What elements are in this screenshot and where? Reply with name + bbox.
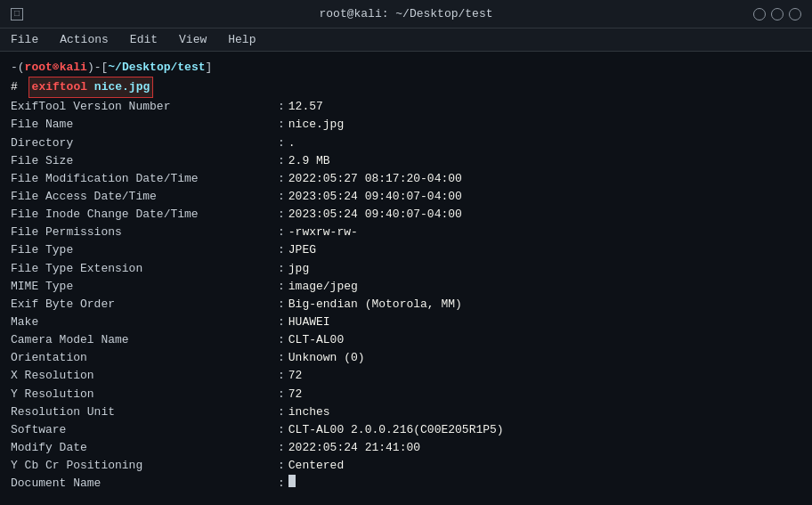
data-colon: : [278,206,285,224]
table-row: Modify Date: 2022:05:24 21:41:00 [11,439,801,457]
data-key: File Access Date/Time [11,188,278,206]
table-row: Make: HUAWEI [11,314,801,331]
data-key: File Type Extension [11,260,278,278]
data-colon: : [278,367,285,385]
data-key: Y Resolution [11,386,278,403]
data-value: JPEG [288,241,316,259]
data-key: Directory [11,134,278,152]
data-value: 12.57 [288,98,323,116]
data-value: . [288,134,296,152]
data-colon: : [278,421,285,439]
table-row: File Name: nice.jpg [11,116,801,134]
data-value: 2022:05:24 21:41:00 [288,439,420,457]
data-colon: : [278,403,285,421]
table-row: File Permissions: -rwxrw-rw- [11,224,801,241]
table-row: Y Resolution: 72 [11,386,801,403]
data-colon: : [278,278,285,296]
data-key: Y Cb Cr Positioning [11,457,278,475]
table-row: File Access Date/Time: 2023:05:24 09:40:… [11,188,801,206]
data-colon: : [278,439,285,457]
data-colon: : [278,152,285,170]
data-value: Centered [288,457,344,475]
data-colon: : [278,349,285,367]
data-value: jpg [288,260,309,278]
data-value: HUAWEI [288,314,330,331]
data-colon: : [278,475,285,493]
prompt-dir: ~/Desktop/test [108,59,205,77]
data-colon: : [278,224,285,241]
menu-edit[interactable]: Edit [126,31,161,48]
table-row: Camera Model Name: CLT-AL00 [11,331,801,349]
data-key: File Permissions [11,224,278,241]
data-key: File Name [11,116,278,134]
table-row: File Size: 2.9 MB [11,152,801,170]
data-colon: : [278,241,285,259]
menu-file[interactable]: File [7,31,42,48]
data-key: File Type [11,241,278,259]
prompt-user: root [25,59,53,77]
data-colon: : [278,331,285,349]
data-key: File Size [11,152,278,170]
window-controls [753,8,801,20]
prompt-line: -(root⊗kali)-[~/Desktop/test] [11,59,801,77]
menu-view[interactable]: View [175,31,210,48]
data-colon: : [278,188,285,206]
data-rows: ExifTool Version Number: 12.57File Name:… [11,98,801,493]
data-key: ExifTool Version Number [11,98,278,116]
data-value: 72 [288,386,303,403]
data-colon: : [278,260,285,278]
data-value: inches [288,403,330,421]
data-value: 72 [288,367,303,385]
table-row: Software: CLT-AL00 2.0.0.216(C00E205R1P5… [11,421,801,439]
table-row: Directory: . [11,134,801,152]
menu-actions[interactable]: Actions [56,31,112,48]
data-colon: : [278,116,285,134]
data-colon: : [278,386,285,403]
prompt-hash: # [11,78,25,96]
data-key: Orientation [11,349,278,367]
table-row: Orientation: Unknown (0) [11,349,801,367]
data-key: Resolution Unit [11,403,278,421]
window-title: root@kali: ~/Desktop/test [319,7,492,20]
table-row: File Type Extension: jpg [11,260,801,278]
data-key: Camera Model Name [11,331,278,349]
table-row: File Inode Change Date/Time: 2023:05:24 … [11,206,801,224]
dash-close: ] [206,59,213,77]
command-tool: exiftool [32,80,87,94]
table-row: Exif Byte Order: Big-endian (Motorola, M… [11,296,801,314]
table-row: ExifTool Version Number: 12.57 [11,98,801,116]
at-symbol: ⊗ [53,59,60,77]
data-value: Big-endian (Motorola, MM) [288,296,462,314]
menu-bar: File Actions Edit View Help [0,29,812,52]
data-value: 2023:05:24 09:40:07-04:00 [288,206,462,224]
data-colon: : [278,314,285,331]
data-key: Modify Date [11,439,278,457]
data-value: 2.9 MB [288,152,330,170]
table-row: Y Cb Cr Positioning: Centered [11,457,801,475]
table-row: X Resolution: 72 [11,367,801,385]
prompt-host: kali [60,59,87,77]
terminal-cursor [288,475,296,487]
data-colon: : [278,98,285,116]
data-key: Software [11,421,278,439]
maximize-button[interactable] [771,8,784,20]
window-icon-symbol: □ [14,9,20,19]
minimize-button[interactable] [753,8,766,20]
close-button[interactable] [789,8,801,20]
menu-help[interactable]: Help [224,31,259,48]
table-row: Document Name: [11,475,801,493]
table-row: File Type: JPEG [11,241,801,259]
table-row: Resolution Unit: inches [11,403,801,421]
command-line: # exiftool nice.jpg [11,77,801,98]
window-icon: □ [11,8,23,20]
command-highlight: exiftool nice.jpg [28,77,154,98]
title-bar: □ root@kali: ~/Desktop/test [0,0,812,29]
data-value: CLT-AL00 2.0.0.216(C00E205R1P5) [288,421,504,439]
data-colon: : [278,134,285,152]
table-row: MIME Type: image/jpeg [11,278,801,296]
data-value: 2022:05:27 08:17:20-04:00 [288,170,462,188]
data-value: nice.jpg [288,116,344,134]
data-key: File Inode Change Date/Time [11,206,278,224]
data-key: MIME Type [11,278,278,296]
terminal-body[interactable]: -(root⊗kali)-[~/Desktop/test] # exiftool… [0,52,812,505]
